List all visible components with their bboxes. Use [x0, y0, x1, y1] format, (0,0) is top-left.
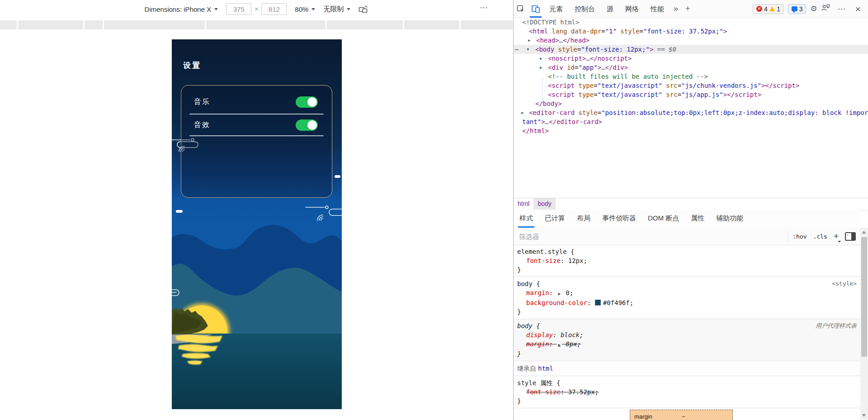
css-declaration[interactable]: font-size: 12px; [517, 256, 857, 265]
zoom-selector[interactable]: 80% [295, 5, 315, 13]
dom-tree-row[interactable]: <script type="text/javascript" src="js/c… [514, 81, 868, 90]
styles-tab-布局[interactable]: 布局 [571, 210, 596, 228]
new-style-rule-button[interactable]: + [834, 232, 839, 240]
devtools-panel: 元素控制台源网络性能 » + ✕ 4 1 3 ⚙ [513, 0, 868, 420]
styles-filter-input[interactable] [514, 232, 788, 241]
dom-tree-row[interactable]: ⋯▼<body style="font-size: 12px;"> == $0 [514, 45, 868, 54]
color-swatch[interactable] [595, 300, 601, 305]
dom-tree-row[interactable]: tant">…</editor-card> [514, 117, 868, 126]
box-model-margin[interactable]: margin − [630, 410, 733, 420]
styles-filter-toolbar: :hov .cls + [788, 231, 860, 242]
dom-tree-row[interactable]: <html lang data-dpr="1" style="font-size… [514, 27, 868, 36]
scrollbar-thumb[interactable] [861, 237, 867, 357]
css-declaration[interactable]: font-size: 37.52px; [517, 387, 857, 396]
rule-origin-label[interactable]: <style> [832, 279, 857, 288]
scroll-up-icon[interactable] [862, 231, 866, 234]
elements-dom-tree: <!DOCTYPE html><html lang data-dpr="1" s… [514, 18, 868, 198]
height-input[interactable]: 812 [261, 3, 287, 15]
toggle-switch-音效[interactable] [296, 119, 318, 131]
scroll-down-icon[interactable] [862, 414, 866, 417]
device-selector[interactable]: Dimensions: iPhone X [145, 5, 218, 13]
warning-count: 1 [777, 5, 780, 13]
expand-shorthand-icon[interactable]: ▶ [558, 291, 560, 296]
expand-node-icon[interactable]: ▶ [540, 63, 542, 72]
device-toolbar-toggle[interactable] [528, 0, 543, 18]
devtools-tab-性能[interactable]: 性能 [645, 0, 670, 18]
dom-tree-row[interactable]: ▶<div id="app">…</div> [514, 63, 868, 72]
inspect-element-button[interactable] [514, 0, 528, 18]
inspect-cursor-icon [517, 5, 525, 13]
dom-tree-row[interactable]: <script type="text/javascript" src="js/a… [514, 90, 868, 99]
expand-node-icon[interactable]: ▶ [540, 54, 542, 63]
styles-filter-bar: :hov .cls + [514, 228, 860, 245]
styles-tab-属性[interactable]: 属性 [685, 210, 710, 228]
style-rule[interactable]: body {<style>margin: ▶ 0;background-colo… [514, 277, 860, 319]
new-tab-button[interactable]: + [682, 4, 694, 14]
devtools-tab-元素[interactable]: 元素 [543, 0, 569, 18]
warning-icon [769, 6, 775, 11]
settings-row-音效: 音效 [181, 115, 332, 135]
css-declaration[interactable]: margin: ▶ 0; [517, 288, 857, 298]
devtools-tabbar: 元素控制台源网络性能 » + ✕ 4 1 3 ⚙ [514, 0, 868, 18]
styles-tab-样式[interactable]: 样式 [514, 210, 539, 228]
toggle-hover-state-button[interactable]: :hov [793, 233, 807, 240]
dom-tree-row[interactable]: </html> [514, 126, 868, 135]
errors-warnings-badge[interactable]: ✕ 4 1 [753, 4, 784, 14]
toggle-knob [307, 120, 317, 130]
inherited-from-section: 继承自html [514, 361, 860, 376]
collapse-node-icon[interactable]: ▼ [527, 45, 529, 54]
rotate-button[interactable] [359, 5, 368, 13]
toggle-switch-音乐[interactable] [296, 96, 318, 108]
feedback-button[interactable] [821, 4, 830, 14]
sidebar-layout-toggle-icon[interactable] [845, 232, 856, 241]
times-separator: × [255, 5, 258, 13]
styles-tab-DOM 断点[interactable]: DOM 断点 [642, 210, 685, 228]
devtools-tab-网络[interactable]: 网络 [619, 0, 645, 18]
styles-rules-pane: element.style {font-size: 12px;}body {<s… [514, 245, 860, 420]
devtools-more-button[interactable]: ⋯ [834, 4, 849, 14]
throttle-selector[interactable]: 无限制 [323, 5, 350, 14]
devtools-tab-控制台[interactable]: 控制台 [569, 0, 601, 18]
css-declaration[interactable]: display: block; [517, 330, 857, 339]
style-rule[interactable]: element.style {font-size: 12px;} [514, 245, 860, 277]
styles-tab-已计算[interactable]: 已计算 [539, 210, 571, 228]
styles-tab-事件侦听器[interactable]: 事件侦听器 [596, 210, 642, 228]
box-model-margin-value: − [682, 412, 685, 420]
toggle-knob [307, 97, 317, 107]
css-declaration[interactable]: background-color: #0f496f; [517, 298, 857, 307]
dom-tree-row[interactable]: ▶<head>…</head> [514, 36, 868, 45]
zoom-value: 80% [295, 5, 308, 13]
style-rule[interactable]: style 属性 {font-size: 37.52px;} [514, 376, 860, 408]
dom-tree-row[interactable]: <!DOCTYPE html> [514, 18, 868, 27]
settings-gear-button[interactable]: ⚙ [810, 4, 817, 14]
close-devtools-button[interactable]: × [854, 4, 863, 14]
inherited-node-link[interactable]: html [538, 365, 553, 372]
more-tabs-button[interactable]: » [670, 4, 682, 14]
issues-badge[interactable]: 3 [788, 4, 807, 14]
css-declaration[interactable]: margin: ▶ 8px; [517, 339, 857, 349]
devtools-tab-源[interactable]: 源 [601, 0, 619, 18]
dom-tree-row[interactable]: ▶<editor-card style="position:absolute;t… [514, 108, 868, 117]
rule-origin-label: 用户代理样式表 [816, 321, 857, 330]
chevron-down-icon [347, 8, 350, 10]
breadcrumb-item-html[interactable]: html [514, 198, 533, 210]
dom-tree-row[interactable]: <!-- built files will be auto injected -… [514, 72, 868, 81]
device-toolbar-more-button[interactable]: ⋯ [480, 3, 488, 13]
settings-row-label: 音效 [194, 120, 210, 130]
node-options-icon[interactable]: ⋯ [515, 45, 518, 54]
device-emulation-icon [531, 5, 540, 13]
error-icon: ✕ [756, 6, 762, 12]
styles-scrollbar[interactable] [860, 228, 868, 420]
width-input[interactable]: 375 [226, 3, 251, 15]
expand-shorthand-icon[interactable]: ▶ [558, 343, 560, 347]
dom-tree-row[interactable]: </body> [514, 99, 868, 108]
styles-tab-辅助功能[interactable]: 辅助功能 [710, 210, 749, 228]
style-rule[interactable]: body {用户代理样式表display: block;margin: ▶ 8p… [514, 319, 860, 361]
toggle-classes-button[interactable]: .cls [813, 233, 827, 240]
media-query-ruler[interactable] [0, 20, 513, 29]
expand-node-icon[interactable]: ▶ [521, 108, 524, 117]
breadcrumb-item-body[interactable]: body [533, 198, 555, 210]
expand-node-icon[interactable]: ▶ [528, 36, 530, 45]
issues-icon [792, 6, 797, 11]
dom-tree-row[interactable]: ▶<noscript>…</noscript> [514, 54, 868, 63]
